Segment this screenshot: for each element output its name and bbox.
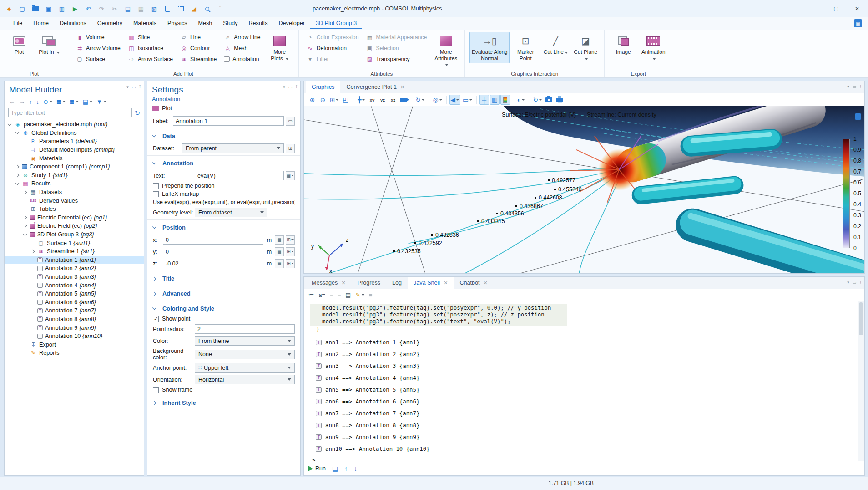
expand-icon[interactable] [15,174,19,177]
more-plots-button[interactable]: More Plots [266,32,294,63]
redo-icon[interactable]: ↷ [97,5,106,13]
menu-file[interactable]: File [8,18,28,29]
tree-node-annotation-1[interactable]: TAnnotation 1{ann1} [5,256,144,265]
position-x-input[interactable] [163,235,263,245]
show-frame-checkbox[interactable] [153,387,159,393]
isosurface-button[interactable]: ◫Isosurface [125,43,176,54]
annotation-text-input[interactable] [195,171,284,180]
previous-command-icon[interactable]: ↑ [344,465,348,472]
close-tab-icon[interactable]: ✕ [483,280,487,286]
wireframe-mode-icon[interactable]: ▭ [461,95,474,105]
arrow-surface-button[interactable]: ⇨Arrow Surface [125,54,176,65]
filter-button[interactable]: ▼Filter [303,54,362,65]
show-assignments-icon[interactable]: a= [319,292,325,298]
undo-icon[interactable]: ↶ [84,5,92,13]
color-select[interactable]: From theme [195,336,295,346]
expand-icon[interactable] [23,216,27,219]
panel-menu-icon[interactable]: ▾ [283,85,285,89]
tree-node-study-1[interactable]: ∞Study 1{std1} [5,171,144,180]
tree-node-global-definitions[interactable]: ⊕Global Definitions [5,129,144,138]
cut-plane-button[interactable]: ◪Cut Plane [571,32,600,63]
draw-select-icon[interactable]: ◢ [190,5,198,13]
graphics-tab-graphics[interactable]: Graphics [306,81,340,93]
tree-node-tables[interactable]: ⊞Tables [5,205,144,214]
open-file-icon[interactable] [31,5,40,13]
more-attributes-button[interactable]: More Attributes [432,32,460,70]
show-axes-icon[interactable]: ┼ [479,95,489,105]
geometry-level-select[interactable]: From dataset [195,208,267,217]
tree-node-annotation-9[interactable]: TAnnotation 9{ann9} [5,323,144,332]
environment-icon[interactable]: ◎ [432,95,444,105]
section-annotation[interactable]: Annotation [153,157,295,168]
color-theme-icon[interactable]: ◐ [516,95,526,105]
tree-node-streamline-1[interactable]: ≋Streamline 1{str1} [5,247,144,256]
range-button[interactable]: ▦ [275,247,284,256]
console-tab-chatbot[interactable]: Chatbot✕ [454,277,493,289]
console-tab-log[interactable]: Log [386,277,408,289]
expand-icon[interactable] [15,130,19,134]
stop-execution-icon[interactable]: ■ [369,292,373,298]
expand-icon[interactable] [23,190,27,194]
move-up-icon[interactable]: ↑ [29,98,32,105]
pin-icon[interactable]: ⊺ [295,85,298,89]
graphics-window-indicator-icon[interactable] [855,113,861,120]
latex-markup-checkbox[interactable] [153,191,159,197]
tree-node-electric-field-ec[interactable]: Electric Field (ec){pg2} [5,222,144,230]
shell-prompt[interactable]: > [310,457,864,461]
expand-icon[interactable] [31,250,35,253]
range-button[interactable]: ▦ [275,235,284,245]
tree-node-derived-values[interactable]: 8.85Derived Values [5,196,144,205]
tree-node-pacemaker-electrode-mph[interactable]: ◈pacemaker_electrode.mph(root) [5,120,144,129]
console-tab-messages[interactable]: Messages✕ [306,277,352,289]
contour-button[interactable]: ◎Contour [177,43,220,54]
tree-node-3d-plot-group-3[interactable]: 3D Plot Group 3{pg3} [5,230,144,239]
maximize-button[interactable]: ▢ [826,0,847,17]
panel-menu-icon[interactable]: ▾ [847,280,849,285]
close-tab-icon[interactable]: ✕ [444,280,448,286]
streamline-button[interactable]: ≋Streamline [177,54,220,65]
evaluate-along-normal-button[interactable]: →▯Evaluate Along Normal [469,32,510,63]
console-tab-java-shell[interactable]: Java Shell✕ [408,277,454,289]
search-icon[interactable] [203,5,211,13]
expand-icon[interactable] [15,165,19,168]
color-expression-button[interactable]: ◔Color Expression [303,32,362,43]
forward-icon[interactable]: → [19,98,25,105]
refresh-icon[interactable]: ↻ [135,109,140,117]
show-grid-icon[interactable]: ▦ [490,95,500,105]
section-data[interactable]: Data [153,129,295,141]
show-icon[interactable]: ⊙ [43,98,52,105]
new-dataset-button[interactable]: ⊞ [286,144,295,153]
tree-node-annotation-5[interactable]: TAnnotation 5{ann5} [5,290,144,298]
rotate-icon[interactable]: ↻ [414,95,425,105]
label-input[interactable] [173,116,284,126]
new-file-icon[interactable]: ▢ [18,5,26,13]
section-coloring-and-style[interactable]: Coloring and Style [153,302,295,314]
position-y-input[interactable] [163,247,263,256]
cut-line-button[interactable]: ╱Cut Line [541,32,570,57]
float-icon[interactable]: ▭ [288,85,293,89]
expression-menu-button[interactable]: ▦ [286,171,295,180]
graphics-tab-convergence-plot-1[interactable]: Convergence Plot 1✕ [340,81,410,93]
tab-3d-plot-group-3[interactable]: 3D Plot Group 3 [310,18,362,29]
move-down-icon[interactable]: ↓ [36,98,40,105]
expand-icon[interactable] [23,232,27,235]
parameter-menu-button[interactable]: ⊞ [286,235,295,245]
run-button[interactable]: Run [308,465,326,472]
tree-node-default-model-inputs[interactable]: ⇉Default Model Inputs{cminpt} [5,146,144,154]
slice-button[interactable]: ▥Slice [125,32,176,43]
tree-node-materials[interactable]: ◉Materials [5,154,144,163]
view-xz-icon[interactable]: xz [388,95,398,105]
customize-icon[interactable]: ˇ [216,5,224,13]
menu-definitions[interactable]: Definitions [54,18,92,29]
menu-mesh[interactable]: Mesh [192,18,217,29]
range-button[interactable]: ▦ [275,259,284,268]
expand-cells-icon[interactable]: ≡ [338,292,341,298]
plot-button[interactable]: Plot [5,32,33,57]
view-yz-icon[interactable]: yz [378,95,387,105]
minimize-button[interactable]: ─ [805,0,826,17]
panel-menu-icon[interactable]: ▾ [126,85,129,89]
selection-button[interactable]: ▣Selection [363,43,430,54]
pin-icon[interactable]: ⊺ [859,280,862,285]
menu-home[interactable]: Home [28,18,54,29]
tree-node-export[interactable]: ↧Export [5,340,144,349]
